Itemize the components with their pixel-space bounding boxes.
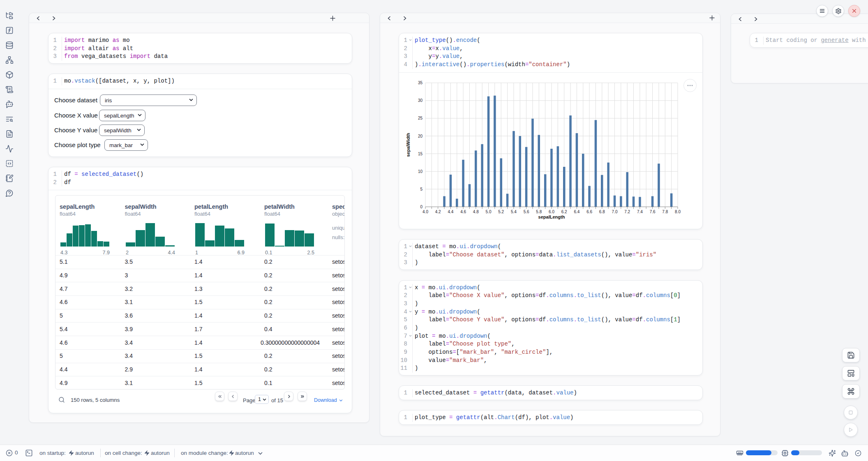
svg-text:4.0: 4.0: [422, 210, 428, 214]
svg-text:4.2: 4.2: [435, 210, 441, 214]
svg-text:0: 0: [420, 205, 422, 209]
svg-text:6.8: 6.8: [599, 210, 605, 214]
svg-text:35: 35: [418, 81, 423, 85]
svg-text:sepalLength: sepalLength: [538, 214, 565, 219]
svg-text:6.2: 6.2: [561, 210, 567, 214]
svg-text:30: 30: [418, 98, 423, 103]
svg-text:6.4: 6.4: [574, 210, 579, 214]
svg-text:25: 25: [418, 116, 423, 120]
svg-text:5.2: 5.2: [498, 210, 504, 214]
svg-text:7.2: 7.2: [624, 210, 630, 214]
svg-text:4.6: 4.6: [460, 210, 466, 214]
svg-text:20: 20: [418, 134, 423, 138]
svg-text:5.6: 5.6: [524, 210, 529, 214]
svg-text:6.6: 6.6: [586, 210, 592, 214]
svg-text:6.0: 6.0: [549, 210, 554, 214]
svg-text:8.0: 8.0: [675, 210, 681, 214]
svg-text:4.4: 4.4: [448, 210, 453, 214]
svg-text:7.8: 7.8: [662, 210, 668, 214]
svg-text:15: 15: [418, 152, 423, 156]
svg-text:5.4: 5.4: [511, 210, 517, 214]
svg-text:7.4: 7.4: [637, 210, 643, 214]
svg-text:5.8: 5.8: [536, 210, 542, 214]
svg-text:7.6: 7.6: [650, 210, 656, 214]
svg-text:10: 10: [418, 169, 423, 174]
svg-text:4.8: 4.8: [473, 210, 479, 214]
svg-text:7.0: 7.0: [612, 210, 618, 214]
svg-text:5: 5: [420, 187, 422, 191]
svg-text:5.0: 5.0: [486, 210, 492, 214]
svg-text:sepalWidth: sepalWidth: [406, 133, 411, 157]
